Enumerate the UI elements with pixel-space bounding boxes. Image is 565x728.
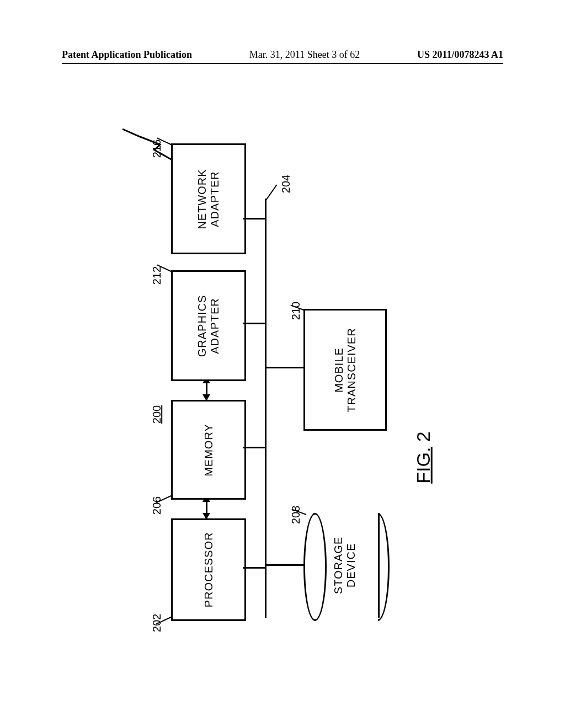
ref-system: 200: [151, 405, 163, 424]
page-header: Patent Application Publication Mar. 31, …: [62, 44, 503, 64]
block-processor: PROCESSOR: [171, 518, 246, 621]
label-processor: PROCESSOR: [202, 532, 215, 608]
conn-network: [243, 218, 265, 220]
arrow-mem-gfx: [206, 378, 207, 400]
bus-line: [265, 199, 266, 618]
conn-storage: [266, 564, 305, 566]
label-network-adapter: NETWORK ADAPTER: [196, 169, 221, 229]
figure-2: 200 204 PROCESSOR 202 MEMORY 206 GRAPHIC…: [88, 94, 475, 645]
conn-graphics: [243, 323, 265, 324]
label-memory: MEMORY: [202, 424, 215, 477]
header-center: Mar. 31, 2011 Sheet 3 of 62: [192, 49, 417, 61]
figure-caption-number: 2: [413, 431, 434, 447]
signal-icon: [121, 127, 174, 165]
label-storage-device: STORAGE DEVICE: [332, 537, 358, 594]
ref-bus: 204: [280, 175, 292, 193]
arrow-proc-mem: [206, 496, 207, 518]
figure-caption: FIG. 2: [413, 431, 434, 483]
header-right: US 2011/0078243 A1: [417, 49, 503, 61]
block-memory: MEMORY: [171, 400, 246, 500]
header-left: Patent Application Publication: [62, 49, 192, 61]
block-storage-device: STORAGE DEVICE: [303, 513, 386, 618]
block-network-adapter: NETWORK ADAPTER: [171, 143, 246, 254]
ref-graphics-adapter: 212: [151, 266, 163, 285]
figure-caption-prefix: FIG.: [413, 447, 434, 484]
label-graphics-adapter: GRAPHICS ADAPTER: [196, 295, 221, 356]
conn-mobile: [266, 367, 303, 368]
block-mobile-transceiver: MOBILE TRANSCEIVER: [303, 309, 387, 431]
ref-mobile-transceiver: 210: [290, 302, 302, 320]
label-mobile-transceiver: MOBILE TRANSCEIVER: [333, 328, 358, 412]
conn-processor: [243, 567, 265, 569]
block-graphics-adapter: GRAPHICS ADAPTER: [171, 270, 246, 381]
conn-memory: [243, 447, 265, 448]
leader-bus: [265, 185, 277, 201]
